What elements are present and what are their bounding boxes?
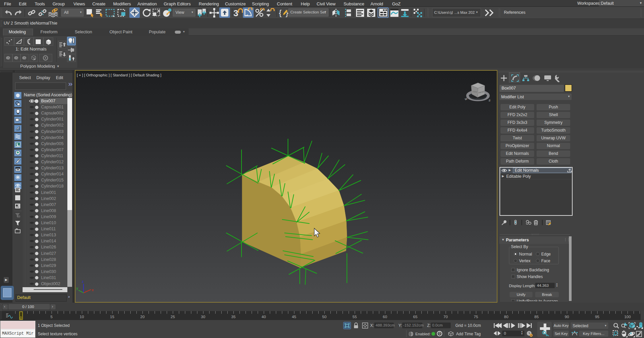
svg-text:[ + ] [ Orthographic ] [ Stand: [ + ] [ Orthographic ] [ Standard ] [ De… <box>77 73 161 77</box>
svg-text:x: x <box>92 288 94 292</box>
svg-text:z: z <box>82 279 84 283</box>
svg-text:y: y <box>76 286 78 290</box>
svg-text:S: S <box>488 99 491 102</box>
